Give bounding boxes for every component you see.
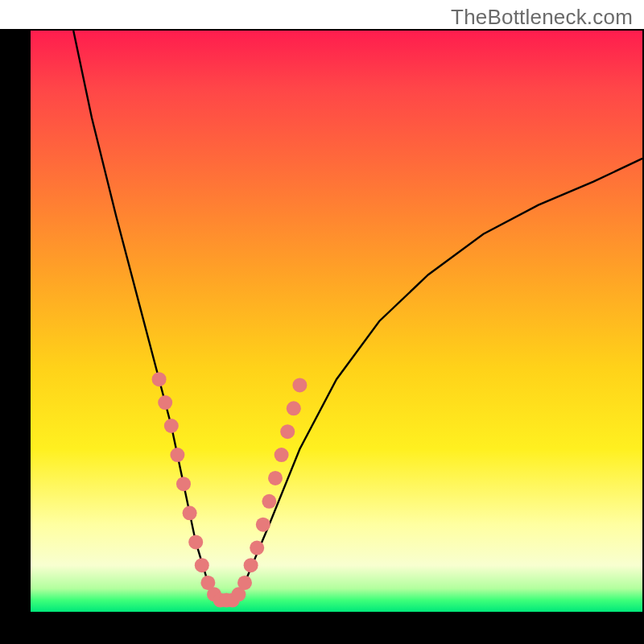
marker-dot <box>292 378 307 392</box>
marker-dot <box>188 535 203 549</box>
watermark-text: TheBottleneck.com <box>451 5 633 30</box>
marker-dot <box>164 419 179 433</box>
chart-plot-area <box>31 31 642 612</box>
marker-dot <box>268 471 283 485</box>
marker-dot <box>262 494 276 509</box>
chart-frame <box>0 29 644 644</box>
marker-dot <box>158 395 172 410</box>
marker-dot <box>287 401 301 415</box>
marker-dot <box>244 558 258 572</box>
marker-dot <box>195 558 209 572</box>
marker-dot <box>152 372 167 386</box>
marker-dot <box>275 448 289 462</box>
chart-svg <box>31 31 642 612</box>
bottleneck-curve <box>73 31 642 601</box>
marker-dot <box>256 518 270 532</box>
marker-dot <box>250 541 264 555</box>
marker-dot <box>280 424 295 439</box>
marker-dot <box>237 576 252 590</box>
marker-dot <box>176 477 191 491</box>
marker-dot <box>183 506 197 520</box>
marker-dot <box>170 448 184 462</box>
